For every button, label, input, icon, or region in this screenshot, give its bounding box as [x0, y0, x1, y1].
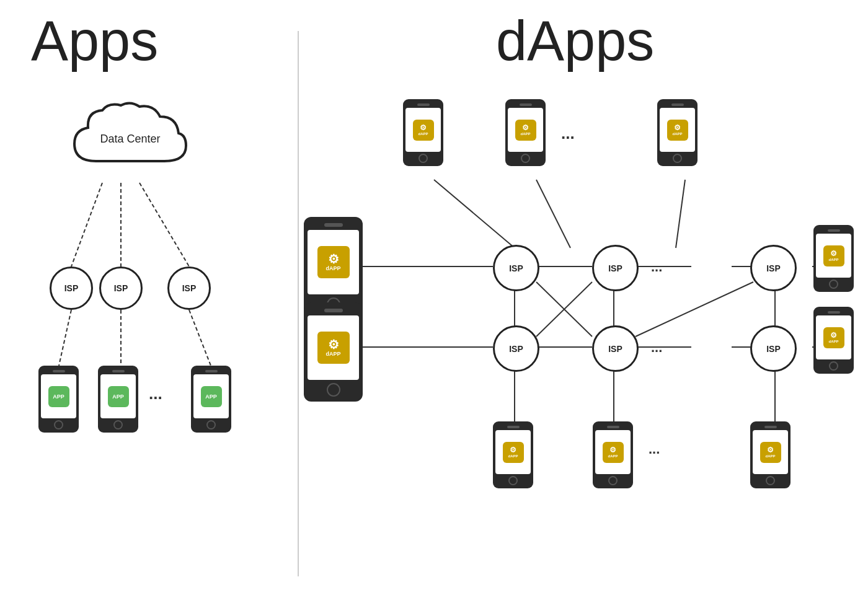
app-icon-1: APP	[48, 386, 69, 407]
left-dots: ...	[149, 384, 162, 403]
phone-button	[829, 279, 838, 289]
right-isp-1-3: ISP	[750, 245, 797, 291]
dapp-icon: ⚙ dAPP	[667, 120, 688, 141]
phone-screen: APP	[41, 374, 76, 418]
app-icon-2: APP	[108, 386, 129, 407]
phone-button	[608, 476, 618, 485]
phone-button	[113, 420, 123, 429]
section-divider	[298, 31, 299, 576]
svg-line-1	[71, 183, 102, 266]
phone-screen: ⚙ dAPP	[405, 108, 441, 152]
right-top-dots: ...	[561, 124, 575, 143]
phone-speaker	[112, 370, 125, 372]
apps-title: Apps	[31, 9, 158, 73]
apps-section: Apps Data Center ISP ISP ISP	[0, 0, 298, 603]
left-phone-1: APP	[38, 366, 79, 433]
dapps-bottom-phone-1: ⚙ dAPP	[493, 421, 533, 488]
phone-screen: ⚙ dAPP	[816, 234, 851, 278]
phone-speaker	[324, 309, 343, 312]
dapps-top-phone-2: ⚙ dAPP	[505, 99, 546, 166]
phone-screen: ⚙ dAPP	[508, 108, 543, 152]
right-connectors	[304, 0, 868, 603]
phone-screen: ⚙ dAPP	[495, 430, 531, 474]
svg-line-7	[434, 180, 515, 248]
phone-button	[206, 420, 216, 429]
right-isp-1-2: ISP	[592, 245, 639, 291]
phone-speaker	[607, 426, 619, 428]
dapps-left-phone-2: ⚙ dAPP	[304, 302, 363, 402]
left-phone-3: APP	[191, 366, 231, 433]
svg-line-6	[189, 310, 211, 366]
phone-button	[508, 476, 518, 485]
app-icon-3: APP	[201, 386, 222, 407]
phone-screen: APP	[193, 374, 229, 418]
svg-text:Data Center: Data Center	[100, 133, 160, 145]
svg-line-8	[536, 180, 570, 248]
dapps-top-phone-3: ⚙ dAPP	[657, 99, 698, 166]
dapp-icon: ⚙ dAPP	[603, 442, 624, 463]
svg-line-23	[636, 282, 753, 337]
dapp-icon: ⚙ dAPP	[823, 327, 844, 348]
left-phone-2: APP	[98, 366, 138, 433]
phone-button	[521, 154, 530, 163]
svg-line-9	[676, 180, 685, 248]
dapps-left-phone-1: ⚙ dAPP	[304, 217, 363, 316]
dapps-section: dApps	[304, 0, 868, 603]
phone-speaker	[417, 103, 430, 106]
dapp-icon: ⚙ dAPP	[413, 120, 434, 141]
svg-line-3	[140, 183, 189, 266]
right-isp-2-3: ISP	[750, 325, 797, 372]
phone-speaker	[520, 103, 532, 106]
phone-screen: ⚙ dAPP	[660, 108, 695, 152]
phone-speaker	[671, 103, 684, 106]
data-center-cloud: Data Center	[62, 99, 198, 180]
phone-button	[829, 361, 838, 371]
phone-button	[327, 383, 340, 397]
dapps-bottom-phone-3: ⚙ dAPP	[750, 421, 790, 488]
phone-screen: ⚙ dAPP	[595, 430, 631, 474]
phone-screen: APP	[100, 374, 136, 418]
dapps-right-phone-2: ⚙ dAPP	[813, 307, 854, 374]
phone-speaker	[324, 223, 343, 227]
svg-line-21	[536, 282, 592, 337]
right-isp-2-1: ISP	[493, 325, 539, 372]
dapp-icon: ⚙ dAPP	[503, 442, 524, 463]
phone-speaker	[507, 426, 520, 428]
dapps-title: dApps	[496, 9, 654, 73]
left-isp-2: ISP	[99, 266, 143, 310]
phone-speaker	[205, 370, 218, 372]
phone-button	[766, 476, 775, 485]
dapp-icon: ⚙ dAPP	[823, 245, 844, 266]
phone-speaker	[828, 229, 840, 232]
main-container: Apps Data Center ISP ISP ISP	[0, 0, 868, 603]
phone-button	[418, 154, 428, 163]
phone-speaker	[53, 370, 65, 372]
phone-speaker	[764, 426, 777, 428]
left-connectors	[0, 0, 298, 603]
dapp-icon: ⚙ dAPP	[317, 332, 350, 364]
dapps-top-phone-1: ⚙ dAPP	[403, 99, 443, 166]
phone-button	[673, 154, 682, 163]
left-isp-3: ISP	[167, 266, 211, 310]
right-isp-1-1: ISP	[493, 245, 539, 291]
phone-button	[54, 420, 63, 429]
phone-screen: ⚙ dAPP	[308, 230, 359, 294]
dapps-right-phone-1: ⚙ dAPP	[813, 225, 854, 292]
right-bottom-dots: ...	[649, 441, 660, 457]
phone-screen: ⚙ dAPP	[308, 315, 359, 380]
right-isp-row1-dots: ...	[651, 259, 662, 275]
dapp-icon: ⚙ dAPP	[317, 246, 350, 278]
phone-speaker	[828, 311, 840, 314]
phone-screen: ⚙ dAPP	[753, 430, 788, 474]
left-isp-1: ISP	[50, 266, 93, 310]
phone-screen: ⚙ dAPP	[816, 315, 851, 359]
dapps-bottom-phone-2: ⚙ dAPP	[593, 421, 633, 488]
dapp-icon: ⚙ dAPP	[760, 442, 781, 463]
right-isp-row2-dots: ...	[651, 340, 662, 356]
svg-line-22	[536, 282, 592, 337]
dapp-icon: ⚙ dAPP	[515, 120, 536, 141]
right-isp-2-2: ISP	[592, 325, 639, 372]
svg-line-4	[59, 310, 71, 366]
